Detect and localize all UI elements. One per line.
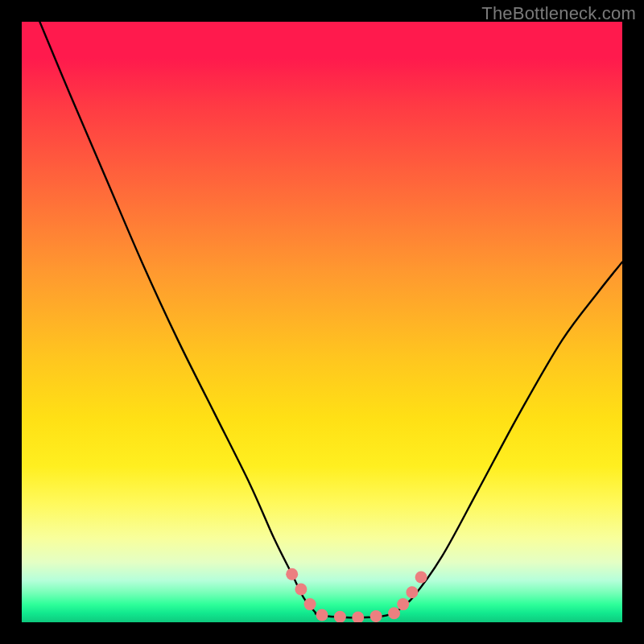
- data-marker: [286, 568, 298, 580]
- data-marker: [304, 598, 316, 610]
- data-marker: [316, 609, 328, 621]
- curve-path: [39, 22, 622, 617]
- data-marker: [352, 612, 364, 622]
- curve-group: [39, 22, 622, 617]
- data-marker: [295, 583, 307, 595]
- data-marker: [334, 611, 346, 622]
- data-marker: [370, 610, 382, 622]
- watermark-text: TheBottleneck.com: [481, 3, 636, 24]
- data-marker: [415, 572, 427, 584]
- outer-frame: TheBottleneck.com: [0, 0, 644, 644]
- data-marker: [406, 586, 418, 598]
- marker-group: [286, 568, 427, 622]
- plot-area: [22, 22, 622, 622]
- curve-svg: [22, 22, 622, 622]
- data-marker: [397, 598, 409, 610]
- data-marker: [388, 607, 400, 619]
